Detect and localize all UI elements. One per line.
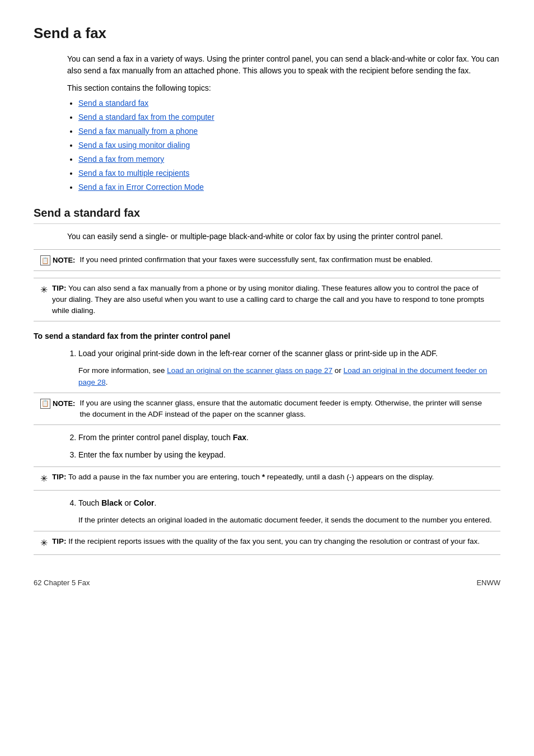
tip-icon-1: ✳ <box>40 283 48 297</box>
note-box-step1: 📋 NOTE: If you are using the scanner gla… <box>34 393 500 426</box>
intro-paragraph-1: You can send a fax in a variety of ways.… <box>67 53 500 77</box>
note-symbol-step1: 📋 <box>40 399 50 409</box>
tip-text-step3: TIP: To add a pause in the fax number yo… <box>52 472 434 483</box>
step-3: Enter the fax number by using the keypad… <box>78 449 500 461</box>
footer: 62 Chapter 5 Fax ENWW <box>34 577 500 589</box>
toc-link[interactable]: Send a fax using monitor dialing <box>78 141 190 150</box>
link-scanner-glass[interactable]: Load an original on the scanner glass on… <box>167 366 332 375</box>
footer-right: ENWW <box>476 577 500 589</box>
step-1-text: Load your original print-side down in th… <box>78 349 438 358</box>
note-text-1: If you need printed confirmation that yo… <box>79 254 432 265</box>
toc-item: Send a fax using monitor dialing <box>78 139 500 151</box>
note-text-step1: If you are using the scanner glass, ensu… <box>79 398 494 421</box>
toc-link[interactable]: Send a fax in Error Correction Mode <box>78 183 204 192</box>
note-box-1: 📋 NOTE: If you need printed confirmation… <box>34 249 500 271</box>
note-label-step1: NOTE: <box>53 398 75 409</box>
step-1: Load your original print-side down in th… <box>78 348 500 360</box>
note-symbol: 📋 <box>40 255 50 265</box>
tip-text-1: TIP: You can also send a fax manually fr… <box>52 283 494 317</box>
toc-list: Send a standard faxSend a standard fax f… <box>78 97 500 193</box>
toc-item: Send a fax in Error Correction Mode <box>78 181 500 193</box>
note-icon-step1: 📋 NOTE: <box>40 398 75 409</box>
toc-label: This section contains the following topi… <box>67 82 500 94</box>
section1-title: Send a standard fax <box>34 204 500 224</box>
step-1-detail: For more information, see Load an origin… <box>78 365 500 388</box>
toc-item: Send a fax from memory <box>78 153 500 165</box>
tip-icon-step3: ✳ <box>40 472 48 486</box>
toc-item: Send a standard fax <box>78 97 500 109</box>
toc-item: Send a standard fax from the computer <box>78 111 500 123</box>
steps-list: Load your original print-side down in th… <box>78 348 500 360</box>
page-title: Send a fax <box>34 22 500 44</box>
steps-list-2: From the printer control panel display, … <box>78 432 500 461</box>
toc-link[interactable]: Send a fax from memory <box>78 155 164 164</box>
toc-link[interactable]: Send a standard fax from the computer <box>78 113 214 122</box>
tip-content-1: You can also send a fax manually from a … <box>52 284 484 315</box>
tip-icon-step4: ✳ <box>40 536 48 550</box>
section1-body: You can easily send a single- or multipl… <box>67 231 500 242</box>
step-4-text: Touch Black or Color. <box>78 498 156 507</box>
tip-box-step3: ✳ TIP: To add a pause in the fax number … <box>34 466 500 491</box>
subheading-1: To send a standard fax from the printer … <box>34 330 500 342</box>
tip-box-step4: ✳ TIP: If the recipient reports issues w… <box>34 531 500 555</box>
tip-text-step4: TIP: If the recipient reports issues wit… <box>52 536 480 547</box>
toc-item: Send a fax manually from a phone <box>78 125 500 137</box>
toc-link[interactable]: Send a fax to multiple recipients <box>78 169 189 178</box>
footer-left: 62 Chapter 5 Fax <box>34 577 90 589</box>
step-4-detail: If the printer detects an original loade… <box>78 515 500 526</box>
steps-list-4: Touch Black or Color. <box>78 497 500 509</box>
step-2-text: From the printer control panel display, … <box>78 433 249 442</box>
step-4: Touch Black or Color. <box>78 497 500 509</box>
note-icon-1: 📋 NOTE: <box>40 255 75 266</box>
step-3-text: Enter the fax number by using the keypad… <box>78 450 226 459</box>
toc-link[interactable]: Send a standard fax <box>78 99 148 108</box>
tip-box-1: ✳ TIP: You can also send a fax manually … <box>34 278 500 322</box>
toc-link[interactable]: Send a fax manually from a phone <box>78 127 198 136</box>
step-2: From the printer control panel display, … <box>78 432 500 444</box>
note-label: NOTE: <box>53 255 75 266</box>
toc-item: Send a fax to multiple recipients <box>78 167 500 179</box>
